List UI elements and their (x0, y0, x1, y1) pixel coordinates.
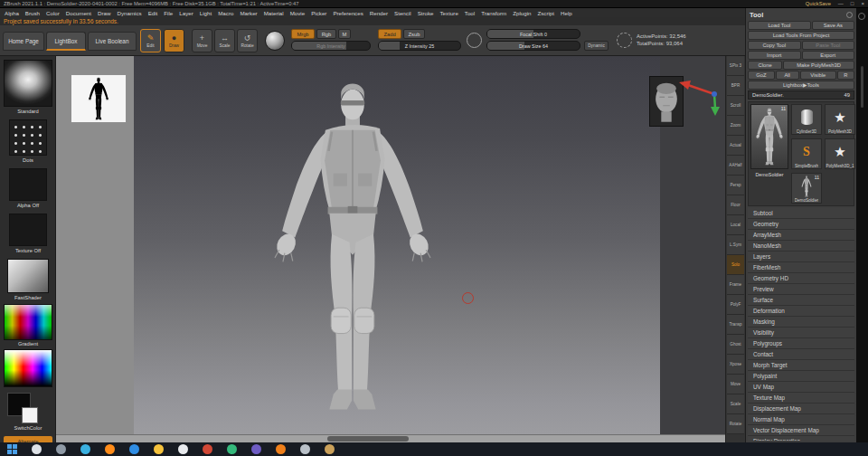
shelf-button[interactable]: SPix 3 (727, 56, 744, 76)
menu-item[interactable]: Transform (480, 10, 507, 16)
tool-thumb-demosoldier[interactable]: 11 DemoSoldier (791, 173, 822, 204)
dynamic-button[interactable]: Dynamic (584, 41, 609, 51)
taskbar-icon[interactable] (251, 444, 261, 454)
subpalette-row[interactable]: Texture Map (748, 393, 854, 404)
subpalette-row[interactable]: ArrayMesh (748, 230, 854, 241)
document-viewport[interactable] (134, 56, 660, 434)
m-button[interactable]: M (338, 29, 351, 39)
tab-lightbox[interactable]: LightBox (46, 32, 86, 51)
menu-item[interactable]: Zscript (536, 10, 555, 16)
menu-item[interactable]: Marker (239, 10, 258, 16)
quicksave-button[interactable]: QuickSave (806, 1, 831, 6)
axis-gizmo[interactable] (675, 78, 725, 118)
shelf-button[interactable]: Actual (727, 136, 744, 156)
shelf-button[interactable]: Rotate (727, 414, 744, 434)
menu-item[interactable]: Picker (310, 10, 327, 16)
stroke-thumbnail[interactable] (9, 119, 47, 156)
edit-button[interactable]: ✎ Edit (140, 29, 161, 52)
taskbar-icon[interactable] (129, 444, 139, 454)
menu-item[interactable]: Stencil (393, 10, 412, 16)
zsub-button[interactable]: Zsub (403, 29, 425, 39)
shelf-button[interactable]: Solo (727, 255, 744, 275)
menu-item[interactable]: Zplugin (512, 10, 532, 16)
draw-button[interactable]: ● Draw (164, 29, 184, 52)
menu-item[interactable]: Stroke (417, 10, 435, 16)
rgb-button[interactable]: Rgb (316, 29, 336, 39)
start-button[interactable] (7, 444, 17, 454)
scrollbar-handle[interactable] (327, 436, 409, 442)
subpalette-row[interactable]: UV Map (748, 382, 854, 393)
shelf-button[interactable]: PolyF (727, 295, 744, 315)
taskbar-icon[interactable] (325, 444, 335, 454)
tool-thumb-cylinder3d[interactable]: Cylinder3D (791, 104, 822, 135)
menu-item[interactable]: Texture (439, 10, 459, 16)
tab-home-page[interactable]: Home Page (3, 32, 44, 51)
shelf-button[interactable]: Move (727, 375, 744, 394)
current-tool-row[interactable]: DemoSoldier. 49 (748, 90, 854, 100)
menu-item[interactable]: Render (369, 10, 389, 16)
canvas-scrollbar[interactable] (56, 434, 725, 442)
taskbar-icon[interactable] (56, 444, 66, 454)
focal-shift-slider[interactable]: Focal Shift 0 (486, 29, 580, 39)
subpalette-row[interactable]: Masking (748, 317, 854, 328)
menu-item[interactable]: Color (45, 10, 61, 16)
rgb-intensity-slider[interactable]: Rgb Intensity (291, 41, 371, 51)
draw-size-slider[interactable]: Draw Size 64 (486, 41, 580, 51)
close-icon[interactable]: × (861, 0, 864, 8)
texture-thumbnail[interactable] (9, 214, 47, 246)
menu-item[interactable]: File (163, 10, 174, 16)
secondary-color-swatch[interactable] (22, 407, 38, 423)
goz-visible-button[interactable]: Visible (800, 71, 836, 80)
shelf-button[interactable]: Scale (727, 394, 744, 414)
shelf-button[interactable]: Scroll (727, 96, 744, 116)
lightbox-project-thumbnail[interactable] (71, 74, 127, 123)
subpalette-row[interactable]: Visibility (748, 328, 854, 338)
menu-item[interactable]: Edit (147, 10, 159, 16)
mrgb-button[interactable]: Mrgb (291, 29, 315, 39)
subpalette-row[interactable]: NanoMesh (748, 241, 854, 252)
menu-item[interactable]: Material (263, 10, 285, 16)
shelf-button[interactable]: BPR (727, 76, 744, 96)
maximize-icon[interactable]: □ (851, 0, 854, 8)
z-intensity-slider[interactable]: Z Intensity 25 (378, 41, 461, 51)
subpalette-row[interactable]: Contact (748, 349, 854, 360)
menu-item[interactable]: Dynamics (116, 10, 142, 16)
load-tool-button[interactable]: Load Tool (748, 21, 811, 30)
subpalette-row[interactable]: Polypaint (748, 371, 854, 382)
subpalette-row[interactable]: Geometry HD (748, 273, 854, 284)
subpalette-row[interactable]: Geometry (748, 219, 854, 230)
menu-item[interactable]: Movie (289, 10, 307, 16)
taskbar-icon[interactable] (300, 444, 310, 454)
save-as-button[interactable]: Save As (812, 21, 854, 30)
shelf-button[interactable]: Floor (727, 195, 744, 215)
active-tool-thumbnail[interactable]: 11 (750, 104, 788, 169)
clone-button[interactable]: Clone (748, 61, 782, 70)
canvas-area[interactable] (56, 56, 725, 434)
subpalette-row[interactable]: Subtool (748, 208, 854, 219)
subpalette-row[interactable]: Displacement Map (748, 404, 854, 414)
scale-button[interactable]: ↔ Scale (214, 29, 235, 52)
subpalette-row[interactable]: Morph Target (748, 360, 854, 371)
subpalette-row[interactable]: Display Properties (748, 436, 854, 441)
menu-item[interactable]: Document (65, 10, 92, 16)
subpalette-row[interactable]: Preview (748, 284, 854, 295)
export-button[interactable]: Export (802, 51, 855, 60)
rotate-button[interactable]: ↺ Rotate (237, 29, 258, 52)
import-button[interactable]: Import (748, 51, 801, 60)
menu-item[interactable]: Light (199, 10, 212, 16)
menu-item[interactable]: Tool (464, 10, 476, 16)
palette-menu-icon[interactable] (846, 12, 853, 18)
taskbar-icon[interactable] (80, 444, 90, 454)
shelf-button[interactable]: L.Sym (727, 235, 744, 255)
menu-item[interactable]: Brush (24, 10, 41, 16)
taskbar-icon[interactable] (32, 444, 42, 454)
paste-tool-button[interactable]: Paste Tool (802, 41, 855, 50)
goz-r-button[interactable]: R (837, 71, 854, 80)
subpalette-row[interactable]: FiberMesh (748, 262, 854, 273)
menu-item[interactable]: Macro (217, 10, 234, 16)
menu-item[interactable]: Help (560, 10, 573, 16)
taskbar-icon[interactable] (178, 444, 188, 454)
move-button[interactable]: + Move (192, 29, 212, 52)
subpalette-row[interactable]: Normal Map (748, 414, 854, 425)
tool-thumb-polymesh3d[interactable]: ★ PolyMesh3D (825, 104, 855, 135)
